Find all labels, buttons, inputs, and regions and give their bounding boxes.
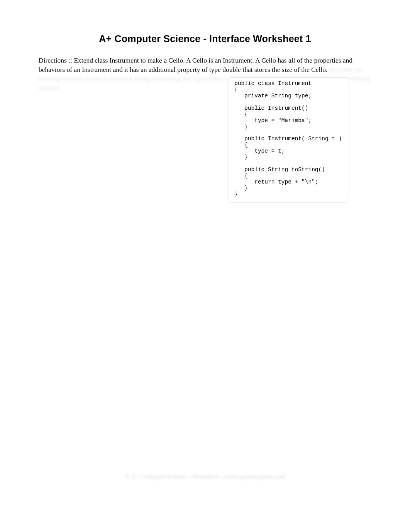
page-title: A+ Computer Science - Interface Workshee… xyxy=(39,33,371,44)
directions-text: Extend class Instrument to make a Cello.… xyxy=(39,56,352,73)
worksheet-page: A+ Computer Science - Interface Workshee… xyxy=(0,0,410,532)
instrument-class-code: public class Instrument { private String… xyxy=(234,81,344,198)
page-footer: © A+ Computer Science – Worksheet – www.… xyxy=(0,473,410,480)
code-box: public class Instrument { private String… xyxy=(229,77,348,203)
directions-label: Directions :: xyxy=(39,56,72,64)
